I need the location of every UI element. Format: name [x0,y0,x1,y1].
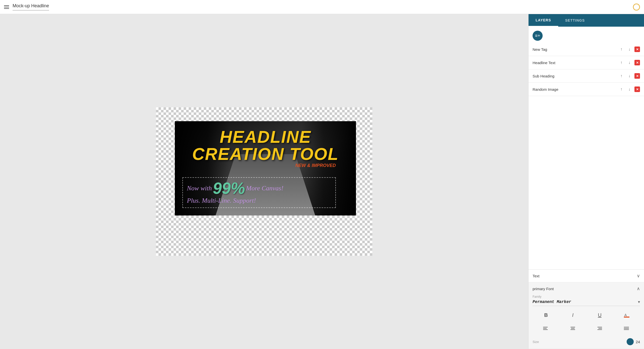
layer-name-headline-text: Headline Text [533,61,618,65]
svg-rect-5 [571,327,575,327]
bottom-line2-text: Plus. Multi-Line. Support! [187,196,331,205]
bottom-big-text: 99% [213,180,245,196]
layer-item-headline-text[interactable]: Headline Text ↑ ↓ ✕ [529,56,644,69]
svg-rect-2 [543,327,548,327]
tab-layers[interactable]: LAYERS [529,14,558,27]
svg-rect-1 [624,317,629,318]
italic-button[interactable]: I [567,310,578,321]
banner-image: HEADLINE CREATION TOOL NEW & IMPROVED No… [175,121,356,215]
layer-delete-random-image[interactable]: ✕ [634,86,640,92]
tab-settings[interactable]: SETTINGS [558,14,592,27]
user-avatar[interactable] [633,4,640,11]
bottom-text-area: Now with 99% More Canvas! Plus. Multi-Li… [182,177,336,208]
topbar-right [633,4,640,11]
family-label: Family [533,295,640,298]
headline-main-text: HEADLINE CREATION TOOL [180,128,351,162]
primary-font-header[interactable]: primary Font ∧ [533,286,640,291]
bold-button[interactable]: B [540,310,551,321]
layer-up-sub-heading[interactable]: ↑ [618,73,624,79]
layer-delete-sub-heading[interactable]: ✕ [634,73,640,79]
text-section-header[interactable]: Text ∨ [529,270,644,282]
layer-name-new-tag: New Tag [533,47,618,52]
headline-sub-text: NEW & IMPROVED [180,163,351,168]
layer-down-headline-text[interactable]: ↓ [626,60,632,66]
format-buttons-row: B I U A [533,310,640,321]
svg-rect-6 [571,328,575,329]
canvas-container[interactable]: HEADLINE CREATION TOOL NEW & IMPROVED No… [156,107,372,256]
bottom-line1-start: Now with [187,184,212,193]
size-row: Size 24 [533,337,640,345]
layer-down-new-tag[interactable]: ↓ [626,46,632,52]
svg-rect-8 [597,327,602,327]
align-justify-button[interactable] [621,323,632,334]
svg-rect-9 [598,328,602,329]
layer-item-sub-heading[interactable]: Sub Heading ↑ ↓ ✕ [529,69,644,83]
svg-rect-13 [624,329,629,330]
fill-color-button[interactable]: A [621,310,632,321]
layer-down-sub-heading[interactable]: ↓ [626,73,632,79]
bottom-line1-end: More Canvas! [246,184,284,193]
svg-rect-7 [571,329,575,330]
primary-font-chevron: ∧ [637,286,640,291]
layer-up-headline-text[interactable]: ↑ [618,60,624,66]
align-center-button[interactable] [567,323,578,334]
layer-item-new-tag[interactable]: New Tag ↑ ↓ ✕ [529,43,644,56]
canvas-area: HEADLINE CREATION TOOL NEW & IMPROVED No… [0,14,528,349]
size-badge[interactable] [627,338,634,345]
underline-button[interactable]: U [594,310,605,321]
svg-rect-11 [624,327,629,327]
add-layer-button[interactable]: ≡+ [533,31,543,41]
size-value: 24 [636,340,640,344]
layer-actions-random-image: ↑ ↓ ✕ [618,86,640,92]
svg-rect-3 [543,328,547,329]
main-layout: HEADLINE CREATION TOOL NEW & IMPROVED No… [0,14,644,349]
size-label: Size [533,340,627,344]
primary-font-section: primary Font ∧ Family Permanent Marker ▾… [529,282,644,349]
text-section-chevron: ∨ [637,273,640,279]
primary-font-title: primary Font [533,287,637,291]
layer-name-sub-heading: Sub Heading [533,74,618,78]
layer-name-random-image: Random Image [533,87,618,92]
layer-delete-new-tag[interactable]: ✕ [634,47,640,52]
font-family-value: Permanent Marker [533,300,638,304]
panel-tabs: LAYERS SETTINGS [529,14,644,27]
svg-rect-4 [543,329,548,330]
align-left-button[interactable] [540,323,551,334]
align-buttons-row [533,323,640,334]
menu-button[interactable] [4,5,9,9]
layer-down-random-image[interactable]: ↓ [626,86,632,92]
font-family-select[interactable]: Permanent Marker ▾ [533,299,640,306]
right-panel: LAYERS SETTINGS ≡+ New Tag ↑ ↓ ✕ [528,14,644,349]
svg-text:A: A [624,313,627,317]
layer-up-random-image[interactable]: ↑ [618,86,624,92]
topbar: Mock-up Headline [0,0,644,14]
headline-banner: HEADLINE CREATION TOOL NEW & IMPROVED [180,128,351,168]
layer-actions-new-tag: ↑ ↓ ✕ [618,46,640,52]
add-layer-icon: ≡+ [535,33,540,38]
layer-up-new-tag[interactable]: ↑ [618,46,624,52]
align-right-button[interactable] [594,323,605,334]
svg-rect-10 [597,329,602,330]
layer-item-random-image[interactable]: Random Image ↑ ↓ ✕ [529,83,644,96]
layers-list: New Tag ↑ ↓ ✕ Headline Text ↑ ↓ ✕ Sub He… [529,43,644,269]
layer-actions-sub-heading: ↑ ↓ ✕ [618,73,640,79]
font-family-dropdown-arrow: ▾ [638,299,640,304]
svg-rect-12 [624,328,629,329]
layer-actions-headline-text: ↑ ↓ ✕ [618,60,640,66]
layer-delete-headline-text[interactable]: ✕ [634,60,640,65]
app-title: Mock-up Headline [13,3,49,11]
text-section-title: Text [533,274,637,278]
bottom-line1: Now with 99% More Canvas! [187,180,331,196]
